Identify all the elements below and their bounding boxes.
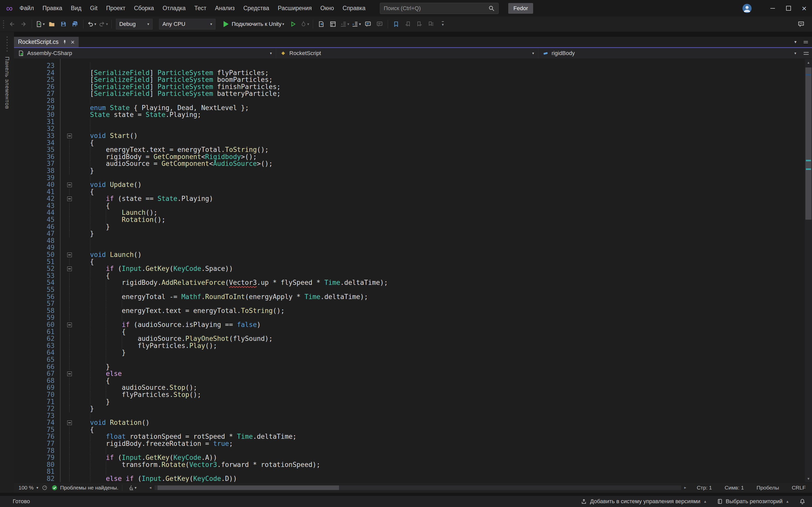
line-number[interactable]: 53 xyxy=(14,272,55,280)
code-line[interactable]: 65 xyxy=(14,356,805,363)
code-line[interactable]: 48 xyxy=(14,237,805,244)
line-number[interactable]: 74 xyxy=(14,419,55,426)
line-number[interactable]: 76 xyxy=(14,433,55,440)
code-line[interactable]: 77 rigidBody.freezeRotation = true; xyxy=(14,440,805,447)
code-cleanup-button[interactable]: ▾ xyxy=(128,485,137,491)
fold-toggle-icon[interactable] xyxy=(67,196,72,201)
code-line[interactable]: 73 xyxy=(14,412,805,419)
line-number[interactable]: 64 xyxy=(14,349,55,356)
toolbox-autohide-tab[interactable]: Панель элементов xyxy=(0,32,14,493)
fold-toggle-icon[interactable] xyxy=(67,323,72,327)
menu-item[interactable]: Сборка xyxy=(130,0,158,16)
code-line[interactable]: 61 { xyxy=(14,329,805,336)
line-number[interactable]: 40 xyxy=(14,181,55,188)
previous-bookmark-button[interactable] xyxy=(402,18,413,30)
code-line[interactable]: 63 flyParticles.Play(); xyxy=(14,342,805,349)
code-line[interactable]: 27 [SerializeField] ParticleSystem batte… xyxy=(14,90,805,97)
menu-item[interactable]: Вид xyxy=(66,0,86,16)
line-number[interactable]: 23 xyxy=(14,62,55,69)
code-line[interactable]: 82 else if (Input.GetKey(KeyCode.D)) xyxy=(14,475,805,482)
line-number[interactable]: 33 xyxy=(14,132,55,139)
fold-toggle-icon[interactable] xyxy=(67,267,72,271)
minimize-button[interactable] xyxy=(765,0,780,16)
code-line[interactable]: 34 { xyxy=(14,139,805,147)
scroll-right-icon[interactable]: ► xyxy=(683,486,688,490)
scroll-left-icon[interactable]: ◄ xyxy=(148,486,153,490)
menu-item[interactable]: Правка xyxy=(38,0,67,16)
health-indicator-icon[interactable] xyxy=(42,485,47,491)
line-number[interactable]: 50 xyxy=(14,251,55,259)
line-number[interactable]: 69 xyxy=(14,384,55,391)
user-avatar[interactable] xyxy=(743,4,752,13)
line-number[interactable]: 29 xyxy=(14,105,55,112)
code-line[interactable]: 32 xyxy=(14,125,805,132)
line-number[interactable]: 81 xyxy=(14,468,55,475)
code-line[interactable]: 44 Launch(); xyxy=(14,209,805,216)
line-number[interactable]: 59 xyxy=(14,314,55,321)
line-number[interactable]: 54 xyxy=(14,279,55,286)
code-line[interactable]: 57 xyxy=(14,300,805,307)
hscroll-thumb[interactable] xyxy=(158,486,339,490)
increase-indent-button[interactable]: ▾ xyxy=(351,18,362,30)
line-number[interactable]: 32 xyxy=(14,125,55,132)
code-line[interactable]: 53 { xyxy=(14,272,805,280)
bookmarks-window-button[interactable] xyxy=(426,18,436,30)
code-line[interactable]: 76 float rotationSpeed = rotSpeed * Time… xyxy=(14,433,805,440)
uncomment-selection-button[interactable] xyxy=(374,18,385,30)
code-line[interactable]: 60 if (audioSource.isPlaying == false) xyxy=(14,321,805,329)
code-line[interactable]: 41 { xyxy=(14,188,805,195)
line-number[interactable]: 24 xyxy=(14,69,55,76)
code-line[interactable]: 81 xyxy=(14,468,805,475)
code-line[interactable]: 37 audioSource = GetComponent<AudioSourc… xyxy=(14,160,805,167)
select-repository-button[interactable]: Выбрать репозиторий ▲ xyxy=(717,498,789,505)
fold-toggle-icon[interactable] xyxy=(67,183,72,187)
menu-item[interactable]: Проект xyxy=(102,0,130,16)
line-number[interactable]: 48 xyxy=(14,237,55,244)
line-number[interactable]: 78 xyxy=(14,447,55,454)
solution-configuration-select[interactable]: Debug ▾ xyxy=(116,19,153,30)
line-number[interactable]: 47 xyxy=(14,230,55,237)
line-number[interactable]: 71 xyxy=(14,398,55,405)
pin-icon[interactable] xyxy=(62,40,67,45)
menu-item[interactable]: Расширения xyxy=(274,0,316,16)
toolbar-options-button[interactable]: ▾ xyxy=(437,18,448,30)
line-number[interactable]: 35 xyxy=(14,146,55,154)
split-window-handle[interactable] xyxy=(800,48,812,59)
scroll-up-icon[interactable]: ▲ xyxy=(805,59,812,66)
vertical-scrollbar[interactable]: ▲ ▼ xyxy=(805,59,812,482)
new-item-button[interactable]: ▾ xyxy=(35,18,45,30)
menu-item[interactable]: Анализ xyxy=(211,0,239,16)
solution-platform-select[interactable]: Any CPU ▾ xyxy=(159,19,215,30)
code-line[interactable]: 55 xyxy=(14,286,805,293)
start-without-debugging-button[interactable] xyxy=(288,18,299,30)
code-line[interactable]: 25 [SerializeField] ParticleSystem boomP… xyxy=(14,76,805,83)
hscroll-track[interactable] xyxy=(155,486,681,490)
code-line[interactable]: 64 } xyxy=(14,349,805,356)
line-number[interactable]: 67 xyxy=(14,370,55,377)
code-line[interactable]: 58 energyText.text = energyTotal.ToStrin… xyxy=(14,307,805,315)
next-bookmark-button[interactable] xyxy=(414,18,425,30)
line-number[interactable]: 43 xyxy=(14,203,55,210)
code-line[interactable]: 29 enum State { Playing, Dead, NextLevel… xyxy=(14,105,805,112)
code-line[interactable]: 56 energyTotal -= Mathf.RoundToInt(energ… xyxy=(14,293,805,300)
properties-window-button[interactable] xyxy=(328,18,338,30)
undo-button[interactable]: ▾ xyxy=(86,18,97,30)
member-dropdown[interactable]: rigidBody ▾ xyxy=(538,48,800,59)
code-line[interactable]: 23 xyxy=(14,62,805,69)
code-line[interactable]: 42 if (state == State.Playing) xyxy=(14,195,805,203)
zoom-select[interactable]: 100 % ▾ xyxy=(17,485,40,491)
line-number[interactable]: 65 xyxy=(14,356,55,363)
menu-item[interactable]: Файл xyxy=(15,0,38,16)
code-line[interactable]: 30 State state = State.Playing; xyxy=(14,111,805,118)
menu-item[interactable]: Отладка xyxy=(158,0,190,16)
code-line[interactable]: 75 { xyxy=(14,426,805,434)
code-line[interactable]: 59 xyxy=(14,314,805,321)
line-number[interactable]: 80 xyxy=(14,461,55,468)
line-number[interactable]: 44 xyxy=(14,209,55,216)
menu-item[interactable]: Средства xyxy=(239,0,274,16)
line-number[interactable]: 61 xyxy=(14,329,55,336)
code-line[interactable]: 45 Rotation(); xyxy=(14,216,805,223)
line-number[interactable]: 30 xyxy=(14,111,55,118)
document-list-dropdown-icon[interactable]: ▾ xyxy=(794,39,797,45)
account-button[interactable]: Fedor xyxy=(508,3,533,14)
